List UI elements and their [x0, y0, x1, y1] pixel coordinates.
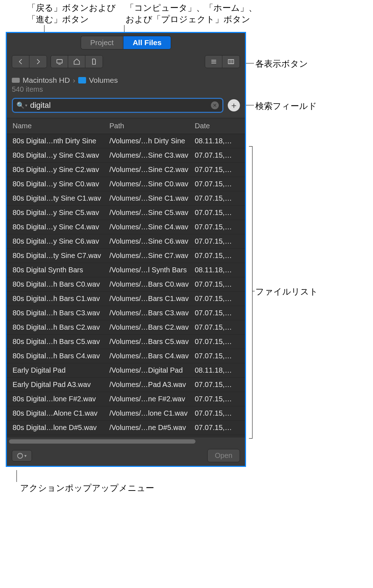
- cell-date: 08.11.18,…: [195, 366, 239, 374]
- horizontal-scrollbar[interactable]: [7, 438, 245, 445]
- table-row[interactable]: 80s Digital…y Sine C6.wav/Volumes/…Sine …: [7, 234, 245, 249]
- table-row[interactable]: 80s Digital…h Bars C2.wav/Volumes/…Bars …: [7, 320, 245, 335]
- location-buttons: [51, 55, 103, 68]
- column-headers: Name Path Date: [7, 118, 245, 134]
- cell-path: /Volumes/…Bars C5.wav: [109, 338, 195, 346]
- forward-button[interactable]: [29, 56, 47, 68]
- cell-path: /Volumes/…Bars C1.wav: [109, 295, 195, 303]
- table-row[interactable]: 80s Digital…y Sine C0.wav/Volumes/…Sine …: [7, 177, 245, 191]
- cell-date: 07.07.15,…: [195, 352, 239, 360]
- table-row[interactable]: Early Digital Pad A3.wav/Volumes/…Pad A3…: [7, 378, 245, 392]
- tab-project[interactable]: Project: [81, 36, 123, 49]
- cell-path: /Volumes/…Sine C0.wav: [109, 180, 195, 188]
- table-row[interactable]: 80s Digital…y Sine C4.wav/Volumes/…Sine …: [7, 220, 245, 234]
- computer-button[interactable]: [51, 56, 68, 68]
- list-view-button[interactable]: [205, 56, 222, 68]
- header-date[interactable]: Date: [195, 122, 239, 130]
- view-buttons: [205, 55, 240, 68]
- callout-action-menu: アクションポップアップメニュー: [20, 482, 154, 494]
- cell-name: 80s Digital…ty Sine C7.wav: [13, 252, 109, 260]
- table-row[interactable]: 80s Digital…h Bars C4.wav/Volumes/…Bars …: [7, 349, 245, 363]
- table-row[interactable]: 80s Digital…Alone C1.wav/Volumes/…lone C…: [7, 406, 245, 421]
- cell-date: 07.07.15,…: [195, 295, 239, 303]
- search-field[interactable]: 🔍 ▾ ✕: [12, 98, 223, 113]
- svg-rect-1: [228, 59, 234, 64]
- cell-path: /Volumes/…Sine C2.wav: [109, 166, 195, 174]
- folder-icon: [78, 77, 86, 83]
- table-row[interactable]: 80s Digital…Alone C4.wav/Volumes/…lone C…: [7, 435, 245, 438]
- tabs: Project All Files: [7, 33, 245, 52]
- table-row[interactable]: 80s Digital…y Sine C3.wav/Volumes/…Sine …: [7, 148, 245, 163]
- cell-date: 07.07.15,…: [195, 223, 239, 231]
- clear-search-button[interactable]: ✕: [211, 101, 219, 109]
- cell-name: 80s Digital…y Sine C3.wav: [13, 151, 109, 159]
- cell-date: 07.07.15,…: [195, 338, 239, 346]
- back-button[interactable]: [12, 56, 29, 68]
- action-menu-button[interactable]: ▾: [12, 450, 32, 462]
- cell-name: 80s Digital…h Bars C4.wav: [13, 352, 109, 360]
- table-row[interactable]: 80s Digital…lone F#2.wav/Volumes/…ne F#2…: [7, 392, 245, 406]
- callout-comp-home-proj: 「コンピュータ」、「ホーム」、 および「プロジェクト」ボタン: [126, 2, 257, 25]
- search-scope-chevron-icon[interactable]: ▾: [25, 103, 27, 108]
- table-row[interactable]: 80s Digital…h Bars C1.wav/Volumes/…Bars …: [7, 292, 245, 306]
- column-view-button[interactable]: [222, 56, 240, 68]
- breadcrumb-disk[interactable]: Macintosh HD: [23, 76, 70, 85]
- cell-path: /Volumes/…l Synth Bars: [109, 266, 195, 274]
- open-button[interactable]: Open: [207, 449, 240, 462]
- cell-path: /Volumes/…h Dirty Sine: [109, 137, 195, 145]
- disk-icon: [12, 78, 20, 83]
- callout-back-forward: 「戻る」ボタンおよび 「進む」ボタン: [27, 2, 116, 25]
- header-name[interactable]: Name: [13, 122, 109, 130]
- callout-file-list: ファイルリスト: [255, 286, 318, 297]
- project-button[interactable]: [85, 56, 103, 68]
- nav-buttons: [12, 55, 47, 68]
- cell-date: 07.07.15,…: [195, 309, 239, 317]
- add-button[interactable]: ＋: [228, 99, 240, 111]
- table-row[interactable]: 80s Digital…ty Sine C7.wav/Volumes/…Sine…: [7, 249, 245, 263]
- cell-name: 80s Digital…y Sine C5.wav: [13, 209, 109, 217]
- table-row[interactable]: 80s Digital…h Bars C5.wav/Volumes/…Bars …: [7, 335, 245, 349]
- cell-date: 07.07.15,…: [195, 280, 239, 288]
- header-path[interactable]: Path: [109, 122, 195, 130]
- tab-all-files[interactable]: All Files: [123, 36, 171, 49]
- cell-name: 80s Digital Synth Bars: [13, 266, 109, 274]
- cell-path: /Volumes/…Sine C6.wav: [109, 237, 195, 245]
- file-list[interactable]: 80s Digital…nth Dirty Sine/Volumes/…h Di…: [7, 134, 245, 438]
- cell-name: 80s Digital…Alone C1.wav: [13, 409, 109, 417]
- svg-rect-0: [57, 59, 62, 63]
- cell-name: 80s Digital…h Bars C3.wav: [13, 309, 109, 317]
- cell-path: /Volumes/…Bars C4.wav: [109, 352, 195, 360]
- cell-path: /Volumes/…ne F#2.wav: [109, 395, 195, 403]
- cell-name: 80s Digital…y Sine C0.wav: [13, 180, 109, 188]
- scrollbar-thumb[interactable]: [9, 439, 195, 444]
- cell-name: 80s Digital…lone F#2.wav: [13, 395, 109, 403]
- cell-date: 07.07.15,…: [195, 395, 239, 403]
- table-row[interactable]: 80s Digital…y Sine C5.wav/Volumes/…Sine …: [7, 206, 245, 220]
- breadcrumb-folder[interactable]: Volumes: [89, 76, 118, 85]
- cell-name: 80s Digital…h Bars C1.wav: [13, 295, 109, 303]
- home-button[interactable]: [68, 56, 85, 68]
- file-browser-window: Project All Files: [6, 32, 246, 467]
- toolbar: [7, 52, 245, 74]
- table-row[interactable]: 80s Digital…h Bars C3.wav/Volumes/…Bars …: [7, 306, 245, 320]
- item-count: 540 items: [7, 85, 245, 98]
- cell-date: 07.07.15,…: [195, 424, 239, 432]
- cell-date: 07.07.15,…: [195, 151, 239, 159]
- cell-name: 80s Digital…h Bars C0.wav: [13, 280, 109, 288]
- cell-name: 80s Digital…ty Sine C1.wav: [13, 194, 109, 202]
- cell-name: 80s Digital…y Sine C4.wav: [13, 223, 109, 231]
- table-row[interactable]: 80s Digital Synth Bars/Volumes/…l Synth …: [7, 263, 245, 277]
- cell-date: 08.11.18,…: [195, 266, 239, 274]
- table-row[interactable]: 80s Digital…y Sine C2.wav/Volumes/…Sine …: [7, 163, 245, 177]
- cell-path: /Volumes/…Bars C2.wav: [109, 323, 195, 331]
- table-row[interactable]: 80s Digital…h Bars C0.wav/Volumes/…Bars …: [7, 277, 245, 292]
- table-row[interactable]: 80s Digital…ty Sine C1.wav/Volumes/…Sine…: [7, 191, 245, 206]
- cell-path: /Volumes/…ne D#5.wav: [109, 424, 195, 432]
- search-input[interactable]: [30, 101, 211, 110]
- table-row[interactable]: Early Digital Pad/Volumes/…Digital Pad08…: [7, 363, 245, 378]
- table-row[interactable]: 80s Digital…lone D#5.wav/Volumes/…ne D#5…: [7, 421, 245, 435]
- cell-name: 80s Digital…nth Dirty Sine: [13, 137, 109, 145]
- table-row[interactable]: 80s Digital…nth Dirty Sine/Volumes/…h Di…: [7, 134, 245, 148]
- cell-date: 08.11.18,…: [195, 137, 239, 145]
- cell-date: 07.07.15,…: [195, 323, 239, 331]
